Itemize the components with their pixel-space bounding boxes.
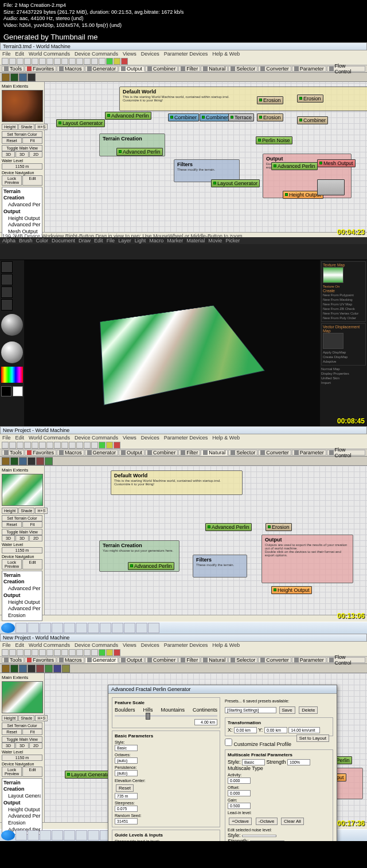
node-erosion[interactable]: Erosion	[266, 523, 292, 531]
btn-2d[interactable]: 2D	[29, 743, 42, 749]
taskbar-item[interactable]	[124, 623, 135, 633]
menu-params[interactable]: Parameter Devices	[164, 435, 208, 441]
btn-set-terrain-color[interactable]: Set Terrain Color	[2, 131, 42, 138]
btn-3d[interactable]: 3D	[2, 535, 15, 541]
zb-option[interactable]: New From Masking	[323, 297, 364, 302]
tab-tools[interactable]: Tools	[2, 66, 24, 72]
node-advanced-perlin[interactable]: Advanced Perlin	[205, 523, 252, 531]
taskbar-item[interactable]	[64, 830, 75, 840]
menu-views[interactable]: Views	[123, 435, 136, 441]
menu-help[interactable]: Help & Web	[212, 435, 240, 441]
texture-thumbnail[interactable]	[323, 267, 343, 283]
zb-menu[interactable]: Movie	[208, 238, 222, 243]
tool-icon[interactable]	[76, 442, 83, 449]
btn-toggle-main[interactable]: Toggle Main View	[2, 736, 42, 743]
node-advanced-perlin[interactable]: Advanced Perlin	[271, 162, 318, 170]
disp-thumbnail[interactable]	[323, 333, 343, 349]
node-advanced-perlin[interactable]: Advanced Perlin	[128, 562, 174, 570]
taskbar-item[interactable]	[148, 623, 159, 633]
tab-filter[interactable]: Filter	[178, 66, 200, 72]
taskbar-item[interactable]	[88, 830, 99, 840]
panel-header[interactable]: Import	[321, 380, 366, 385]
tab-tools[interactable]: Tools	[2, 450, 24, 455]
noise-style[interactable]	[242, 835, 276, 837]
zb-option[interactable]: New From Vertex Color	[323, 311, 364, 316]
taskbar-item[interactable]	[100, 623, 111, 633]
terrain-preview[interactable]	[2, 90, 43, 122]
menu-device[interactable]: Device Commands	[75, 435, 118, 441]
tab-macros[interactable]: Macros	[57, 450, 84, 455]
menu-world[interactable]: World Commands	[29, 435, 70, 441]
tool-icon[interactable]	[24, 58, 31, 65]
tree-root[interactable]: Terrain Creation	[3, 572, 41, 586]
tool-icon[interactable]	[17, 442, 24, 449]
scale-value[interactable]: 4.00 km	[194, 719, 217, 725]
palette-item[interactable]	[36, 457, 44, 465]
tab-macros[interactable]: Macros	[57, 66, 84, 72]
node-erosion[interactable]: Erosion	[257, 96, 283, 104]
tool-icon[interactable]	[54, 58, 61, 65]
btn-shade[interactable]: Shade	[18, 508, 34, 514]
tool-icon[interactable]	[69, 649, 76, 656]
tab-flowcontrol[interactable]: Flow Control	[327, 657, 365, 663]
palette-item[interactable]	[2, 457, 10, 465]
tool-icon[interactable]	[9, 442, 16, 449]
group-output[interactable]: Output Outputs are used to export the re…	[261, 535, 353, 583]
preset-select[interactable]: [Starting Settings]	[225, 707, 276, 713]
tool-icon[interactable]	[91, 442, 98, 449]
node-mesh-output[interactable]: Mesh Output	[317, 159, 356, 167]
color-swatch[interactable]	[1, 386, 11, 396]
node-output[interactable]	[317, 179, 345, 195]
tool-icon[interactable]	[2, 649, 9, 656]
tree-item[interactable]: Output	[3, 800, 41, 807]
group-default-world[interactable]: Default World This is the starting World…	[119, 87, 367, 111]
tool-icon[interactable]	[39, 442, 46, 449]
node-advanced-perlin[interactable]: Advanced Perlin	[116, 148, 163, 156]
palette-item[interactable]	[62, 665, 70, 673]
trans-units[interactable]: 14.00 km/unit	[288, 727, 320, 733]
zb-menu[interactable]: Marker	[167, 238, 183, 243]
tool-icon[interactable]	[17, 649, 24, 656]
tool-icon[interactable]	[61, 442, 68, 449]
tab-macros[interactable]: Macros	[57, 657, 84, 663]
tree-item[interactable]: Advanced Perlin	[3, 586, 41, 592]
device-tree[interactable]: Terrain Creation Layout Generator Output…	[2, 778, 42, 835]
btn-lock-preview[interactable]: Lock Preview	[2, 767, 22, 777]
taskbar-item[interactable]	[28, 623, 39, 633]
tree-item[interactable]: Advanced Perlin	[3, 606, 41, 612]
taskbar-item[interactable]	[40, 830, 51, 840]
palette-item[interactable]	[45, 665, 53, 673]
node-layout-generator[interactable]: Layout Generator	[65, 771, 114, 779]
tool-icon[interactable]	[69, 442, 76, 449]
palette-item[interactable]	[19, 457, 27, 465]
btn-lock-preview[interactable]: Lock Preview	[2, 175, 22, 186]
tab-generator[interactable]: Generator	[85, 450, 119, 455]
btn-fit[interactable]: Fit	[22, 138, 42, 144]
tool-icon[interactable]	[2, 442, 9, 449]
btn-3d2[interactable]: 3D	[15, 151, 29, 158]
tool-icon[interactable]	[106, 442, 113, 449]
menu-edit[interactable]: Edit	[15, 435, 25, 441]
strength-input[interactable]: 100%	[287, 759, 310, 765]
taskbar-item[interactable]	[15, 830, 27, 840]
zb-menu[interactable]: Document	[52, 238, 75, 243]
zb-tool-icon[interactable]	[1, 274, 13, 285]
btn-reset[interactable]: Reset	[2, 521, 22, 528]
palette-item[interactable]	[10, 457, 18, 465]
panel-header[interactable]: Unified Skin	[321, 376, 366, 380]
tool-icon[interactable]	[46, 58, 53, 65]
tab-favorites[interactable]: Favorites	[25, 66, 56, 72]
btn-shade[interactable]: Shade	[18, 124, 34, 130]
tool-icon[interactable]	[61, 58, 68, 65]
elevation-input[interactable]: 735 m	[115, 793, 138, 799]
panel-header[interactable]: Display Properties	[321, 371, 366, 376]
zb-option[interactable]: Apply DispMap	[323, 350, 364, 355]
taskbar-item[interactable]	[28, 830, 39, 840]
btn-set-terrain-color[interactable]: Set Terrain Color	[2, 722, 42, 729]
style-select[interactable]: Basic	[115, 745, 138, 751]
tool-icon[interactable]	[54, 649, 61, 656]
menu-world[interactable]: World Commands	[29, 51, 70, 57]
material-sphere[interactable]	[1, 341, 23, 363]
activity-input[interactable]: 0.000	[228, 777, 251, 784]
btn-3d2[interactable]: 3D	[15, 535, 29, 541]
